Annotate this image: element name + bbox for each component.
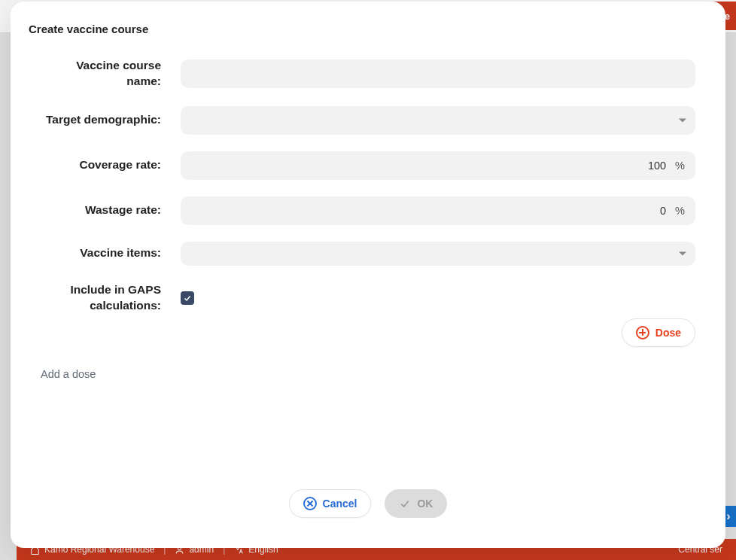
vaccine-course-name-field[interactable] — [191, 59, 685, 88]
label-coverage-rate: Coverage rate: — [41, 157, 161, 173]
wastage-rate-field[interactable] — [191, 196, 669, 225]
modal-title: Create vaccine course — [11, 2, 725, 47]
modal-form: Vaccine course name: Target demographic:… — [11, 47, 725, 314]
label-include-gaps: Include in GAPS calculations: — [41, 282, 161, 314]
caret-down-icon — [679, 118, 686, 122]
cancel-button-label: Cancel — [323, 498, 357, 510]
cancel-button[interactable]: Cancel — [289, 489, 372, 518]
add-dose-button[interactable]: Dose — [622, 318, 695, 347]
label-vaccine-items: Vaccine items: — [41, 245, 161, 261]
label-wastage-rate: Wastage rate: — [41, 202, 161, 218]
coverage-rate-field[interactable] — [191, 151, 669, 180]
ok-button-label: OK — [417, 498, 433, 510]
caret-down-icon — [679, 251, 686, 255]
include-gaps-checkbox[interactable] — [181, 291, 194, 305]
check-icon — [183, 294, 192, 303]
coverage-rate-input[interactable]: % — [181, 151, 695, 180]
plus-circle-icon — [636, 326, 649, 339]
label-target-demographic: Target demographic: — [41, 112, 161, 128]
wastage-rate-suffix: % — [675, 205, 685, 217]
add-dose-button-label: Dose — [655, 327, 681, 339]
add-a-dose-hint: Add a dose — [11, 347, 725, 380]
target-demographic-select[interactable] — [181, 106, 695, 135]
vaccine-course-name-input[interactable] — [181, 59, 695, 88]
modal-footer: Cancel OK — [11, 473, 725, 548]
vaccine-items-select[interactable] — [181, 242, 695, 266]
label-vaccine-course-name: Vaccine course name: — [41, 58, 161, 90]
wastage-rate-input[interactable]: % — [181, 196, 695, 225]
coverage-rate-suffix: % — [675, 160, 685, 172]
ok-button[interactable]: OK — [385, 489, 447, 518]
create-vaccine-course-modal: Create vaccine course Vaccine course nam… — [11, 2, 725, 548]
x-circle-icon — [303, 497, 317, 510]
check-icon — [399, 498, 411, 510]
